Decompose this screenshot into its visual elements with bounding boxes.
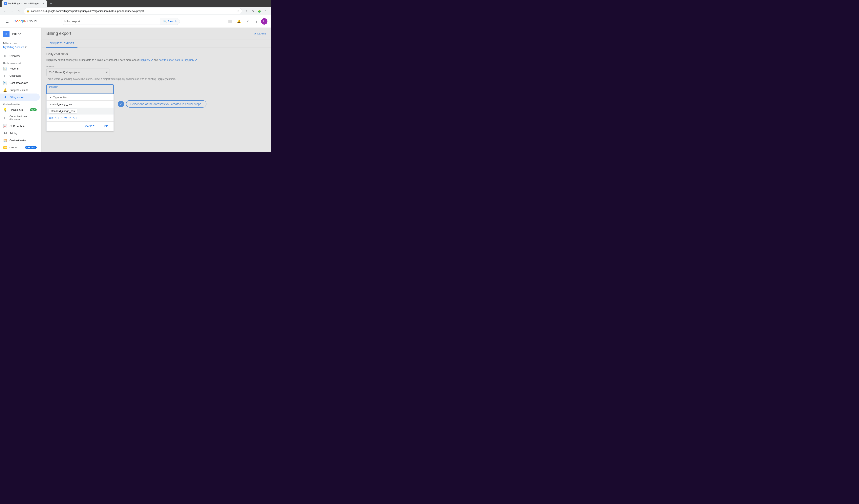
sidebar-item-reports-label: Reports: [10, 67, 37, 70]
app-body: $ Billing Billing account My Billing Acc…: [0, 28, 271, 152]
filter-input[interactable]: [53, 96, 111, 99]
cancel-button[interactable]: CANCEL: [82, 123, 99, 129]
search-input[interactable]: [61, 18, 160, 25]
sidebar-item-billing-export-label: Billing export: [10, 96, 37, 99]
credits-icon: 💳: [3, 146, 7, 149]
ok-button[interactable]: OK: [101, 123, 111, 129]
header-search[interactable]: 🔍 Search: [61, 18, 180, 25]
dropdown-item-detailed[interactable]: detailed_usage_cost: [47, 101, 114, 108]
tabs-row: BIGQUERY EXPORT: [42, 40, 271, 48]
finops-hub-icon: 💡: [3, 108, 7, 112]
sidebar-item-budgets-alerts-label: Budgets & alerts: [10, 89, 37, 92]
dataset-input[interactable]: [47, 88, 113, 93]
bookmark-button[interactable]: ☆: [244, 8, 249, 14]
dataset-dropdown: ▼ detailed_usage_cost standard_usage_cos…: [46, 94, 114, 131]
account-chevron-icon: ▾: [25, 45, 27, 49]
reload-button[interactable]: ↻: [17, 8, 22, 14]
sidebar-item-committed-use[interactable]: ⊟ Committed use discounts...: [0, 113, 40, 122]
tab-bigquery-export[interactable]: BIGQUERY EXPORT: [46, 40, 77, 48]
search-button[interactable]: 🔍 Search: [160, 18, 180, 25]
billing-product-name: Billing: [12, 32, 21, 36]
more-button[interactable]: ⋮: [263, 8, 268, 14]
tab-title: My Billing Account – Billing e...: [8, 2, 41, 5]
dropdown-actions: CANCEL OK: [47, 121, 114, 131]
sidebar-item-overview[interactable]: ⊞ Overview: [0, 52, 40, 59]
billing-account-selector[interactable]: My Billing Account ▾: [3, 45, 38, 49]
sidebar-billing-account: Billing account My Billing Account ▾: [0, 41, 41, 52]
learn-icon: ▶: [255, 32, 257, 35]
sidebar-item-billing-export[interactable]: ⬇ Billing export: [0, 93, 40, 101]
notifications-button[interactable]: 🔔: [235, 17, 243, 25]
sidebar-item-cost-estimation[interactable]: 🧮 Cost estimation: [0, 137, 40, 144]
sidebar-item-cud-analysis[interactable]: 📈 CUD analysis: [0, 122, 40, 129]
filter-row: ▼: [47, 94, 114, 101]
annotation-number: 2: [118, 101, 124, 107]
main-content: Billing export ▶ LEARN BIGQUERY EXPORT D…: [42, 28, 271, 152]
sidebar-item-budgets-alerts[interactable]: 🔔 Budgets & alerts: [0, 86, 40, 93]
sidebar-item-cost-table[interactable]: ⊟ Cost table: [0, 72, 40, 79]
budgets-alerts-icon: 🔔: [3, 88, 7, 92]
app-header: ☰ Google Cloud 🔍 Search ⬜ 🔔 ? ⋮ U: [0, 15, 271, 28]
dropdown-item-standard[interactable]: standard_usage_cost: [47, 108, 114, 114]
sidebar-item-overview-label: Overview: [10, 55, 37, 58]
lock-icon: 🔒: [26, 10, 30, 13]
app-container: ☰ Google Cloud 🔍 Search ⬜ 🔔 ? ⋮ U: [0, 15, 271, 152]
cost-estimation-icon: 🧮: [3, 138, 7, 142]
sidebar-product-header: $ Billing: [0, 28, 41, 41]
description-text: BigQuery export sends your billing data …: [46, 59, 266, 61]
new-tab-button[interactable]: +: [48, 1, 54, 6]
cloud-text: Cloud: [27, 19, 37, 24]
active-tab[interactable]: B My Billing Account – Billing e... ✕: [2, 0, 47, 7]
export-guide-link[interactable]: how to export data to BigQuery ↗: [159, 59, 197, 61]
profile-button[interactable]: ⊙: [250, 8, 256, 14]
tab-favicon: B: [4, 2, 7, 5]
overview-icon: ⊞: [3, 54, 7, 58]
user-avatar[interactable]: U: [261, 18, 268, 25]
committed-use-icon: ⊟: [3, 116, 7, 120]
billing-account-label: Billing account: [3, 42, 38, 44]
address-bar[interactable]: 🔒 console.cloud.google.com/billing//expo…: [24, 8, 242, 14]
sidebar: $ Billing Billing account My Billing Acc…: [0, 28, 42, 152]
projects-field: Projects C4C Project(c4c-project-· ▾: [46, 65, 266, 76]
learn-link[interactable]: ▶ LEARN: [255, 32, 266, 35]
sidebar-item-cost-table-label: Cost table: [10, 74, 37, 77]
address-clear-button[interactable]: ✕: [237, 10, 240, 13]
section-title: Daily cost detail: [46, 52, 266, 56]
browser-tabs: B My Billing Account – Billing e... ✕ +: [2, 0, 269, 7]
back-button[interactable]: ←: [2, 8, 8, 14]
projects-select-wrapper: C4C Project(c4c-project-· ▾: [46, 68, 110, 76]
create-new-dataset-button[interactable]: CREATE NEW DATASET: [47, 114, 114, 121]
extensions-button[interactable]: 🧩: [256, 8, 262, 14]
browser-actions: ☆ ⊙ 🧩 ⋮: [244, 8, 268, 14]
billing-product-icon: $: [3, 31, 10, 37]
annotation-bubble: 2 Select one of the datasets you created…: [118, 100, 207, 108]
sidebar-item-pricing[interactable]: 🏷 Pricing: [0, 129, 40, 137]
dataset-field-label: Dataset *: [47, 85, 113, 88]
sidebar-item-reports[interactable]: 📊 Reports: [0, 65, 40, 72]
forward-button[interactable]: →: [10, 8, 15, 14]
filter-icon: ▼: [49, 96, 52, 99]
settings-button[interactable]: ⋮: [252, 17, 260, 25]
sidebar-item-finops-hub[interactable]: 💡 FinOps hub NEW: [0, 106, 40, 113]
help-button[interactable]: ?: [244, 17, 252, 25]
sidebar-item-committed-use-label: Committed use discounts...: [10, 115, 37, 121]
google-cloud-logo: Google Cloud: [14, 19, 37, 24]
projects-select[interactable]: C4C Project(c4c-project-·: [46, 68, 110, 76]
header-actions: ⬜ 🔔 ? ⋮ U: [226, 17, 268, 25]
sidebar-item-pricing-label: Pricing: [10, 132, 37, 135]
dataset-field-wrapper: Dataset * ▼ detailed: [46, 85, 114, 94]
new-badge: NEW: [30, 108, 37, 111]
cost-optimization-section-label: Cost optimization: [0, 101, 41, 106]
search-icon: 🔍: [163, 20, 167, 23]
sidebar-item-credits[interactable]: 💳 Credits PREVIEW: [0, 144, 40, 151]
menu-button[interactable]: ☰: [3, 17, 11, 25]
sidebar-item-cost-breakdown[interactable]: 📉 Cost breakdown: [0, 79, 40, 86]
bigquery-link[interactable]: BigQuery ↗: [139, 59, 153, 61]
cost-management-section-label: Cost management: [0, 59, 41, 65]
content-body: Daily cost detail BigQuery export sends …: [42, 48, 271, 99]
tab-close-button[interactable]: ✕: [42, 2, 45, 5]
annotation-text: Select one of the datasets you created i…: [126, 100, 207, 108]
projects-label: Projects: [46, 65, 266, 68]
cloud-shell-button[interactable]: ⬜: [226, 17, 234, 25]
sidebar-item-cost-breakdown-label: Cost breakdown: [10, 81, 37, 85]
